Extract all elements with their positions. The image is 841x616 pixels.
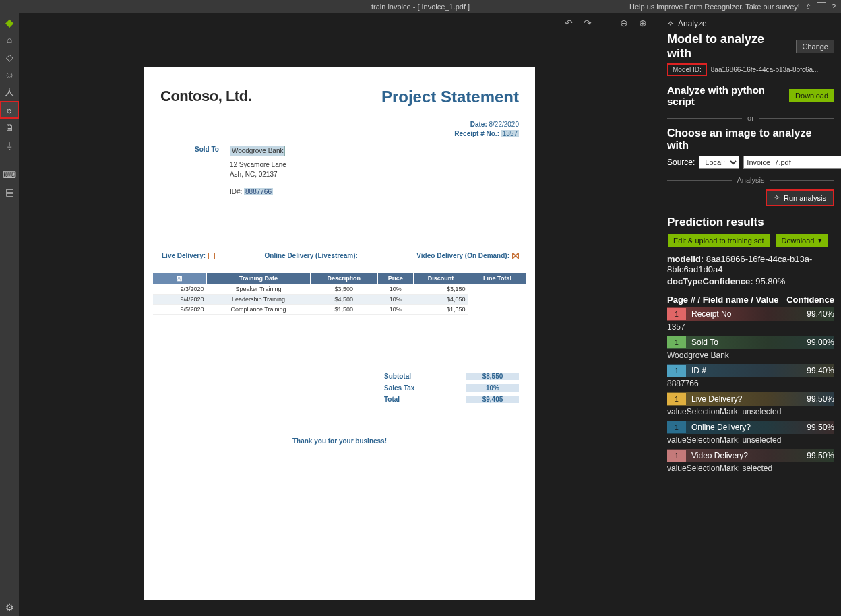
train-icon[interactable]: 人 (0, 84, 19, 101)
compose-icon[interactable]: 🗎 (0, 119, 19, 136)
totals-block: Subtotal$8,550 Sales Tax10% Total$9,405 (384, 371, 519, 405)
analyze-icon[interactable]: ☼ (0, 101, 19, 119)
field-name: ID # (691, 366, 807, 375)
delivery-checks: Live Delivery: Online Delivery (Livestre… (162, 252, 519, 259)
left-nav: ◆ ⌂ ◇ ☺ 人 ☼ 🗎 ⏚ ⌨ ▤ ⚙ (0, 13, 19, 616)
field-confidence: 99.40% (807, 366, 834, 375)
result-field[interactable]: 1Online Delivery?99.50%valueSelectionMar… (667, 421, 834, 448)
table-row: 9/4/2020Leadership Training$4,50010%$4,0… (153, 295, 527, 305)
page-tag: 1 (667, 308, 686, 320)
page-tag: 1 (667, 365, 686, 377)
run-analysis-button[interactable]: ✧Run analysis (766, 189, 834, 206)
survey-area: Help us improve Form Recognizer. Take ou… (629, 2, 836, 11)
page-tag: 1 (667, 421, 686, 433)
page-tag: 1 (667, 336, 686, 348)
document-canvas[interactable]: Contoso, Ltd. Project Statement Date: 8/… (19, 32, 660, 616)
zoom-out-icon[interactable]: ⊖ (620, 18, 628, 28)
sparkle-icon: ✧ (774, 193, 780, 202)
result-field[interactable]: 1Live Delivery?99.50%valueSelectionMark:… (667, 392, 834, 419)
page-tag: 1 (667, 393, 686, 405)
change-button[interactable]: Change (796, 40, 834, 53)
settings-icon[interactable]: ⚙ (0, 598, 19, 616)
result-field[interactable]: 1Sold To99.00%Woodgrove Bank (667, 336, 834, 363)
buyer-highlight: Woodgrove Bank (230, 146, 286, 156)
field-name: Sold To (691, 338, 807, 347)
field-confidence: 99.50% (807, 423, 834, 432)
undo-icon[interactable]: ↶ (565, 18, 573, 28)
receipt-no-highlight: 1357 (501, 130, 519, 137)
feedback-icon[interactable] (817, 2, 826, 11)
video-checkbox (512, 253, 519, 259)
help-icon[interactable]: ? (832, 3, 836, 11)
choose-heading: Choose an image to analyze with (667, 127, 834, 152)
main-area: ↶ ↷ ⊖ ⊕ Contoso, Ltd. Project Statement … (19, 13, 660, 616)
live-checkbox (208, 253, 215, 259)
canvas-toolbar: ↶ ↷ ⊖ ⊕ (19, 13, 660, 32)
document-title: Project Statement (381, 88, 519, 106)
file-input[interactable] (743, 156, 841, 169)
window-title: train invoice - [ Invoice_1.pdf ] (371, 3, 470, 11)
thank-you: Thank you for your business! (144, 437, 535, 445)
source-label: Source: (667, 158, 695, 167)
model-heading: Model to analyze with (667, 32, 790, 61)
field-name: Video Delivery? (691, 451, 807, 460)
field-value: valueSelectionMark: selected (667, 462, 834, 476)
field-confidence: 99.40% (807, 309, 834, 319)
field-name: Online Delivery? (691, 423, 807, 432)
table-row: 9/3/2020Speaker Training$3,50010%$3,150 (153, 284, 527, 295)
field-confidence: 99.50% (807, 451, 834, 460)
logo-icon[interactable]: ◆ (0, 13, 19, 31)
field-value: Woodgrove Bank (667, 349, 834, 363)
prediction-heading: Prediction results (667, 216, 834, 229)
zoom-in-icon[interactable]: ⊕ (639, 18, 647, 28)
home-icon[interactable]: ⌂ (0, 31, 19, 49)
online-checkbox (361, 253, 367, 259)
keyboard-icon[interactable]: ⌨ (0, 166, 19, 183)
document-meta: Date: 8/22/2020 Receipt # No.: 1357 (454, 120, 519, 139)
field-value: valueSelectionMark: unselected (667, 406, 834, 419)
model-id-value: 8aa16866-16fe-44ca-b13a-8bfc6a... (711, 66, 834, 73)
sold-to-block: Sold To Woodgrove Bank 12 Sycamore Lane … (195, 146, 286, 197)
download-script-button[interactable]: Download (789, 89, 834, 102)
field-confidence: 99.50% (807, 394, 834, 404)
page-tag: 1 (667, 450, 686, 462)
field-name: Live Delivery? (691, 394, 807, 404)
model-id-label: Model ID: (667, 63, 707, 76)
field-value: valueSelectionMark: unselected (667, 434, 834, 448)
field-name: Receipt No (691, 309, 807, 319)
field-value: 1357 (667, 321, 834, 334)
analyze-panel: ✧Analyze Model to analyze with Change Mo… (660, 13, 841, 616)
result-field[interactable]: 1ID #99.40%8887766 (667, 364, 834, 391)
survey-link[interactable]: Help us improve Form Recognizer. Take ou… (629, 3, 800, 11)
share-icon[interactable]: ⇪ (805, 3, 811, 11)
source-select[interactable]: Local file (699, 156, 739, 169)
field-confidence: 99.00% (807, 338, 834, 347)
title-bar: train invoice - [ Invoice_1.pdf ] Help u… (0, 0, 841, 13)
python-heading: Analyze with python script (667, 84, 784, 107)
document-icon[interactable]: ▤ (0, 183, 19, 201)
chevron-down-icon: ▾ (818, 236, 822, 245)
tag-icon[interactable]: ◇ (0, 49, 19, 66)
redo-icon[interactable]: ↷ (584, 18, 592, 28)
connect-icon[interactable]: ⏚ (0, 136, 19, 154)
id-highlight: 8887766 (244, 188, 273, 195)
result-field[interactable]: 1Receipt No99.40%1357 (667, 307, 834, 334)
field-value: 8887766 (667, 377, 834, 391)
items-table: ▨Training DateDescriptionPriceDiscountLi… (152, 272, 527, 315)
table-row: 9/5/2020Compliance Training$1,50010%$1,3… (153, 305, 527, 315)
sparkle-icon: ✧ (667, 19, 674, 28)
download-results-button[interactable]: Download ▾ (776, 233, 829, 247)
project-icon[interactable]: ☺ (0, 66, 19, 84)
result-field[interactable]: 1Video Delivery?99.50%valueSelectionMark… (667, 449, 834, 476)
invoice-document: Contoso, Ltd. Project Statement Date: 8/… (144, 67, 535, 600)
edit-upload-button[interactable]: Edit & upload to training set (667, 233, 770, 247)
